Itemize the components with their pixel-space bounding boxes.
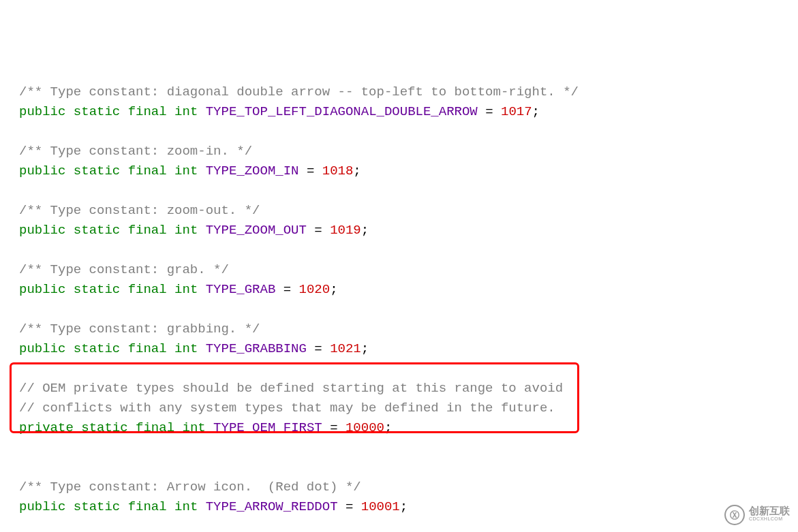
keyword-public: public: [19, 223, 65, 238]
equals-sign: =: [307, 223, 330, 238]
comment-grab: /** Type constant: grab. */: [19, 262, 229, 277]
value-1020: 1020: [299, 282, 331, 297]
code-block: /** Type constant: diagonal double arrow…: [0, 82, 798, 532]
comment-oem-line1: // OEM private types should be defined s…: [19, 381, 563, 396]
keyword-static: static: [74, 499, 120, 514]
keyword-final: final: [128, 341, 167, 356]
keyword-final: final: [136, 420, 174, 435]
const-zoom-in: TYPE_ZOOM_IN: [206, 163, 299, 178]
keyword-public: public: [19, 104, 65, 119]
watermark-logo-icon: Ⓧ: [724, 505, 745, 525]
semicolon: ;: [400, 499, 408, 514]
keyword-final: final: [128, 163, 167, 178]
comment-zoom-out: /** Type constant: zoom-out. */: [19, 203, 260, 218]
keyword-final: final: [128, 282, 167, 297]
keyword-static: static: [74, 163, 120, 178]
keyword-static: static: [74, 223, 120, 238]
value-1018: 1018: [322, 163, 354, 178]
const-zoom-out: TYPE_ZOOM_OUT: [206, 223, 307, 238]
watermark: Ⓧ 创新互联 CDCXHLCOM: [724, 505, 790, 525]
comment-oem-line2: // conflicts with any system types that …: [19, 401, 555, 416]
value-10000: 10000: [346, 420, 384, 435]
equals-sign: =: [338, 499, 361, 514]
value-10001: 10001: [361, 499, 400, 514]
value-1017: 1017: [501, 104, 532, 119]
keyword-int: int: [174, 104, 198, 119]
semicolon: ;: [361, 223, 369, 238]
keyword-static: static: [74, 104, 120, 119]
semicolon: ;: [384, 420, 392, 435]
keyword-int: int: [174, 282, 198, 297]
keyword-public: public: [19, 341, 65, 356]
keyword-final: final: [128, 223, 167, 238]
keyword-static: static: [74, 341, 120, 356]
equals-sign: =: [299, 163, 322, 178]
keyword-int: int: [174, 341, 198, 356]
comment-diag-arrow: /** Type constant: diagonal double arrow…: [19, 84, 579, 99]
comment-grabbing: /** Type constant: grabbing. */: [19, 322, 260, 337]
keyword-private: private: [19, 420, 74, 435]
keyword-public: public: [19, 282, 65, 297]
comment-reddot: /** Type constant: Arrow icon. (Red dot)…: [19, 480, 361, 495]
keyword-final: final: [128, 104, 167, 119]
keyword-public: public: [19, 499, 65, 514]
equals-sign: =: [478, 104, 501, 119]
semicolon: ;: [532, 104, 540, 119]
equals-sign: =: [322, 420, 346, 435]
semicolon: ;: [353, 163, 360, 178]
value-1019: 1019: [330, 223, 361, 238]
const-grabbing: TYPE_GRABBING: [206, 341, 307, 356]
watermark-main-text: 创新互联: [749, 507, 790, 515]
comment-zoom-in: /** Type constant: zoom-in. */: [19, 144, 252, 159]
keyword-int: int: [174, 223, 198, 238]
keyword-static: static: [74, 282, 120, 297]
const-oem-first: TYPE_OEM_FIRST: [213, 420, 322, 435]
equals-sign: =: [307, 341, 330, 356]
semicolon: ;: [361, 341, 369, 356]
value-1021: 1021: [330, 341, 361, 356]
keyword-static: static: [81, 420, 127, 435]
keyword-public: public: [19, 163, 65, 178]
const-grab: TYPE_GRAB: [206, 282, 276, 297]
keyword-int: int: [174, 163, 198, 178]
const-top-left-diag: TYPE_TOP_LEFT_DIAGONAL_DOUBLE_ARROW: [206, 104, 478, 119]
keyword-int: int: [174, 499, 198, 514]
keyword-final: final: [128, 499, 167, 514]
keyword-int: int: [182, 420, 205, 435]
equals-sign: =: [275, 282, 298, 297]
const-arrow-reddot: TYPE_ARROW_REDDOT: [206, 499, 338, 514]
semicolon: ;: [330, 282, 337, 297]
